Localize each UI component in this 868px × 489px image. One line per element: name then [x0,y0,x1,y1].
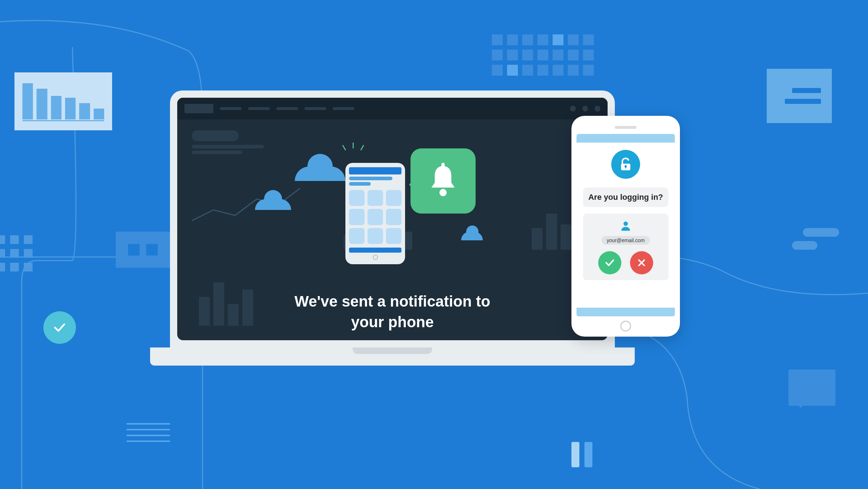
bell-notification [410,148,476,214]
user-icon [619,219,632,232]
user-card: your@email.com [583,214,668,280]
pixel-grid [492,34,594,76]
bell-icon [423,161,463,201]
phone-mockup: Are you logging in? your@email.com [571,116,680,337]
email-label: your@email.com [601,236,650,245]
text-lines-card [767,69,832,123]
check-icon [52,320,68,336]
phone-home-button [620,321,631,332]
mini-phone-illustration [345,163,405,264]
svg-rect-4 [625,166,626,169]
deny-button[interactable] [630,251,653,274]
pill-shapes [803,228,839,250]
cross-icon [636,257,647,268]
checkmark-badge [43,311,76,344]
horizontal-lines [127,423,170,442]
svg-point-0 [439,189,447,196]
cloud-icon [461,232,483,240]
laptop-screen: We've sent a notification to your phone [177,98,608,340]
check-icon [604,257,616,269]
dashboard-header [177,98,608,119]
dot-grid [0,235,33,271]
svg-point-5 [624,222,628,226]
notification-message: We've sent a notification to your phone [177,291,608,332]
cloud-icon [255,199,291,210]
approve-button[interactable] [598,251,621,274]
notification-illustration [306,145,479,275]
login-prompt: Are you logging in? [583,187,668,207]
two-square-card [116,232,170,268]
cloud-icon [295,166,345,181]
chat-bubble-icon [788,370,835,406]
laptop: We've sent a notification to your phone [170,90,615,376]
two-bars [571,442,592,467]
mini-bar-chart [14,72,112,130]
unlock-icon [611,150,640,179]
svg-rect-1 [441,163,444,168]
